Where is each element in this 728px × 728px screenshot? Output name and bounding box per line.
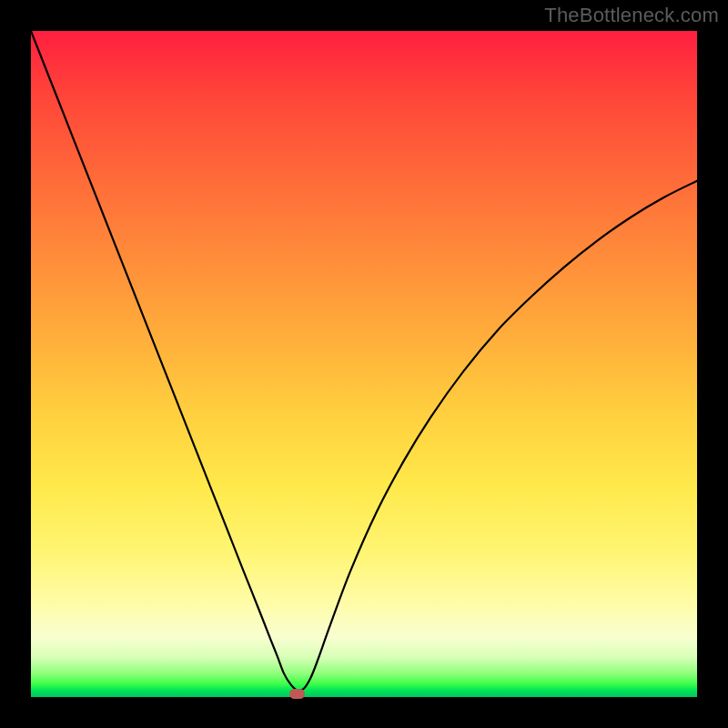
plot-area (31, 31, 697, 697)
watermark-text: TheBottleneck.com (544, 4, 719, 27)
bottleneck-curve (31, 31, 697, 697)
curve-line (31, 31, 697, 691)
optimal-marker (289, 689, 305, 699)
chart-container: TheBottleneck.com (0, 0, 728, 728)
